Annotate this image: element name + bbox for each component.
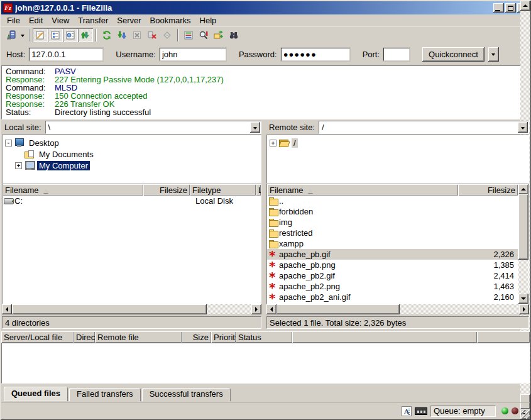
file-type-icon [268,250,279,259]
scroll-right-button[interactable] [519,304,529,314]
menu-item[interactable]: Bookmarks [146,14,195,26]
column-header-priority[interactable]: Priority [211,331,236,343]
column-header-filetype[interactable]: Filetype [190,184,256,196]
remote-site-value[interactable]: / [319,123,517,132]
tree-item-label[interactable]: My Documents [37,150,96,159]
tree-item-icon [279,138,289,147]
site-manager-dropdown[interactable] [18,28,26,42]
column-header-filename[interactable]: Filename [3,184,143,196]
file-row[interactable]: img [267,217,518,228]
remote-horizontal-scrollbar[interactable] [266,304,529,314]
local-site-dropdown-button[interactable] [250,122,260,133]
scroll-up-button[interactable] [520,1,530,11]
queue-list-body[interactable] [1,343,530,384]
toggle-local-tree-button[interactable] [48,28,63,42]
column-header-filename[interactable]: Filename [267,184,458,196]
disconnect-button[interactable] [145,28,160,42]
file-row[interactable]: apache_pb2.gif 2,414 [267,270,518,281]
resize-grip[interactable] [521,410,530,419]
local-site-value[interactable]: \ [46,123,249,132]
menu-item[interactable]: Edit [25,14,47,26]
column-header-size[interactable]: Size [182,331,211,343]
queue-tabs: Queued files Failed transfers Successful… [1,385,530,401]
quickconnect-button[interactable]: Quickconnect [422,47,484,62]
scroll-left-button[interactable] [2,304,12,314]
column-header-last-modified[interactable]: L [256,184,261,196]
cancel-operation-button[interactable] [129,28,145,42]
file-row[interactable]: apache_pb2_ani.gif 2,160 [267,292,518,302]
directory-listing-filters-button[interactable] [196,28,211,42]
local-site-bar: Local site: \ [2,121,261,134]
tree-expander[interactable] [15,151,22,158]
site-manager-button[interactable] [3,28,18,42]
tree-item-label[interactable]: My Computer [37,161,90,170]
column-header-filesize[interactable]: Filesize [143,184,190,196]
scroll-down-button[interactable] [518,294,528,304]
column-header-direction[interactable]: Directi... [74,331,95,343]
scroll-up-button[interactable] [518,184,528,194]
scroll-left-button[interactable] [266,304,276,314]
file-row[interactable]: xampp [267,238,518,249]
host-input[interactable] [29,48,103,61]
file-row[interactable]: apache_pb.gif 2,326 [267,249,518,260]
menu-item[interactable]: Server [112,14,145,26]
tree-item-label[interactable]: Desktop [27,138,61,148]
column-header-server-local-file[interactable]: Server/Local file [1,331,74,343]
synchronized-browsing-button[interactable] [211,28,226,42]
scroll-right-button[interactable] [251,304,261,314]
column-header-filesize[interactable]: Filesize [458,184,518,196]
tree-expander[interactable]: + [15,162,22,169]
scrollbar-thumb[interactable] [276,304,400,314]
username-input[interactable] [160,48,226,61]
queue-tab[interactable]: Queued files [4,387,68,401]
file-row[interactable]: restricted [267,228,518,238]
tree-expander[interactable]: - [5,140,12,146]
tree-item[interactable]: + My Computer [3,160,261,171]
quickconnect-dropdown[interactable] [488,47,499,62]
menu-item[interactable]: Transfer [74,14,112,26]
arrow-down-icon [521,297,526,302]
toolbar [1,26,530,43]
queue-tab[interactable]: Failed transfers [69,388,141,401]
tree-item[interactable]: My Documents [3,148,261,160]
refresh-button[interactable] [99,28,114,42]
menu-item[interactable]: File [3,14,25,26]
port-label: Port: [363,50,380,59]
directory-comparison-button[interactable] [181,28,196,42]
tree-item[interactable]: + / [267,137,528,148]
column-label: Filename [270,185,303,195]
local-horizontal-scrollbar[interactable] [2,304,261,314]
tree-item[interactable]: - Desktop [3,137,261,148]
file-row[interactable]: apache_pb2.png 1,463 [267,281,518,292]
scrollbar-thumb[interactable] [12,304,207,314]
remote-site-dropdown-button[interactable] [518,122,528,133]
tree-expander[interactable]: + [270,140,276,146]
toggle-message-log-button[interactable] [33,28,48,42]
file-row[interactable]: forbidden [267,206,518,217]
tree-item-label[interactable]: / [292,138,298,148]
menu-item[interactable]: Help [195,14,221,26]
toggle-transfer-queue-button[interactable] [78,28,93,42]
process-queue-button[interactable] [114,28,129,42]
column-label: L [258,185,261,195]
queue-tab[interactable]: Successful transfers [142,388,231,401]
reconnect-button[interactable] [160,28,175,42]
file-row[interactable]: .. [267,196,518,206]
find-files-button[interactable] [226,28,241,42]
maximize-button[interactable] [505,3,516,13]
remote-vertical-scrollbar[interactable] [518,184,528,304]
file-row[interactable]: apache_pb.png 1,385 [267,260,518,270]
log-line-label: Status: [6,108,55,116]
toggle-remote-tree-button[interactable] [63,28,78,42]
column-header-status[interactable]: Status [236,331,292,343]
file-row[interactable]: C: Local Disk [3,196,261,206]
menu-item[interactable]: View [47,14,74,26]
sort-ascending-icon [308,187,313,193]
remote-site-combo[interactable]: / [319,121,529,134]
scrollbar-thumb[interactable] [518,194,528,260]
password-input[interactable] [281,48,350,61]
column-header-remote-file[interactable]: Remote file [95,331,182,343]
port-input[interactable] [383,48,410,61]
local-site-combo[interactable]: \ [45,121,261,134]
minimize-button[interactable] [493,3,504,13]
